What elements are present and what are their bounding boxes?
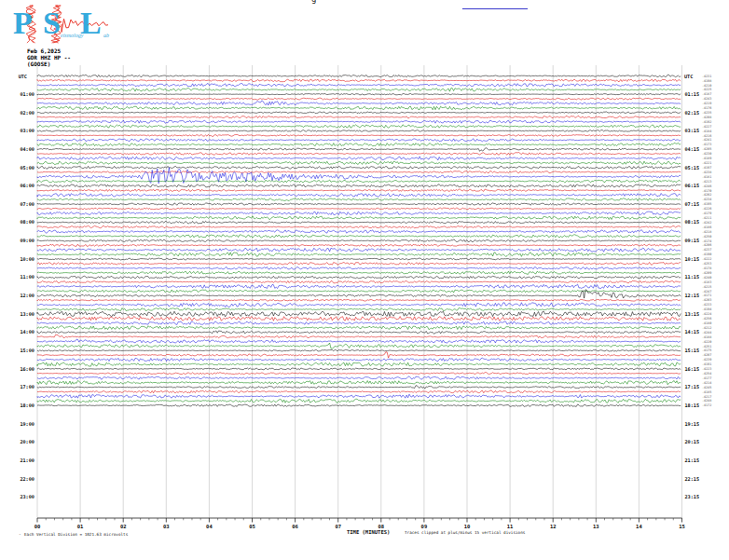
trace-row [37,101,681,105]
trace-row [37,148,681,152]
right-hour-label: 14:15 [685,329,700,335]
trace-scale-value: -4179 [702,212,711,215]
trace-scale-value: -4227 [702,125,711,129]
left-hour-label: 21:00 [20,458,34,463]
trace-row [37,404,681,406]
trace-scale-value: -4217 [702,395,711,399]
right-hour-label: 23:15 [685,494,700,499]
trace-row [37,153,681,156]
trace-row [37,299,681,301]
trace-scale-value: -4170 [702,189,711,193]
trace-row [37,139,681,142]
x-tick-label: 09 [421,524,428,529]
left-hour-label: 07:00 [20,201,34,207]
x-tick-label: 05 [249,524,255,529]
trace-row [37,184,681,187]
right-hour-label: 12:15 [685,293,700,298]
trace-scale-value: -4243 [702,97,711,101]
left-hour-label: 15:00 [20,348,34,353]
left-hour-label: 19:00 [20,421,34,427]
trace-scale-value: -4240 [702,276,711,280]
trace-scale-value: -4219 [702,102,711,105]
trace-row [37,399,681,403]
trace-row [37,157,681,160]
trace-row [37,79,681,82]
left-hour-label: 09:00 [20,238,34,243]
trace-scale-value: -4216 [702,134,711,138]
trace-scale-value: -4242 [702,221,711,225]
trace-scale-value: -4185 [702,390,711,394]
left-hour-label: 11:00 [20,274,34,280]
trace-row [37,253,681,257]
trace-scale-value: -4174 [702,239,711,243]
trace-row [37,303,681,307]
clip-note: Traces clipped at plus/minus 15 vertical… [405,530,526,535]
x-tick-label: 07 [335,524,341,529]
x-axis: 00010203040506070809101112131415 [34,518,685,529]
trace-scale-value: -4191 [702,362,711,366]
trace-scale-value: -4254 [702,372,711,376]
trace-row [37,316,681,321]
trace-row [37,161,681,164]
trace-row [37,171,681,172]
x-tick-label: 00 [34,524,41,529]
trace-row [37,376,681,379]
trace-scale-value: -4208 [702,116,711,119]
trace-row [37,120,681,123]
trace-row [37,225,681,228]
right-hour-label: 01:15 [685,91,700,97]
trace-scale-value: -4213 [702,180,711,184]
trace-row [37,368,681,370]
trace-scale-value: -4202 [702,193,711,197]
left-hour-label: 14:00 [20,329,34,335]
trace-scale-value: -4171 [702,294,711,297]
trace-row [37,130,681,132]
seismic-traces [37,75,681,406]
trace-scale-value: -4239 [702,358,711,362]
left-hour-label: 23:00 [20,494,34,499]
left-hour-label: 03:00 [20,128,34,133]
left-hour-label: 20:00 [20,439,34,444]
trace-scale-column: -4231-4198-4210-4225-4187-4243-4219-4176… [702,75,711,408]
trace-scale-value: -4226 [702,207,711,211]
trace-scale-value: -4209 [702,271,711,275]
trace-row [37,198,681,201]
trace-row [37,193,681,197]
scale-note: Each Vertical Division = 1021.63 microvo… [24,532,129,537]
trace-scale-value: -4175 [702,348,711,352]
left-hour-label: 01:00 [20,91,34,97]
webicorder-page: P S L eismology ab g Feb 6,2025GOR HHZ H… [0,0,729,560]
trace-scale-value: -4186 [702,225,711,229]
trace-row [37,221,681,224]
left-hour-label: 02:00 [20,110,34,116]
left-hour-label: 10:00 [20,256,34,262]
trace-row [37,258,681,260]
trace-row [37,84,681,87]
x-tick-label: 02 [120,524,127,529]
utc-label-left: UTC [19,74,27,79]
right-hour-label: 08:15 [685,219,700,225]
right-hour-label: 11:15 [685,274,700,280]
trace-scale-value: -4248 [702,399,711,403]
right-hour-label: 16:15 [685,366,700,372]
trace-scale-value: -4173 [702,143,711,146]
trace-row [37,248,681,252]
trace-row [37,339,681,343]
trace-scale-value: -4220 [702,340,711,344]
left-hour-label: 16:00 [20,366,34,372]
trace-scale-value: -4180 [702,321,711,325]
trace-scale-value: -4214 [702,381,711,385]
trace-scale-value: -4172 [702,403,711,407]
trace-scale-value: -4234 [702,198,711,201]
trace-row [37,262,681,265]
trace-row [37,390,681,393]
trace-scale-value: -4222 [702,257,711,261]
footer-marker: - [19,532,21,537]
trace-row [37,266,681,269]
helicorder-plot: 01:0002:0003:0004:0005:0006:0007:0008:00… [0,0,729,560]
trace-scale-value: -4235 [702,111,711,115]
trace-row [37,143,681,146]
trace-row [37,362,681,366]
trace-scale-value: -4178 [702,266,711,270]
trace-row [37,244,681,246]
